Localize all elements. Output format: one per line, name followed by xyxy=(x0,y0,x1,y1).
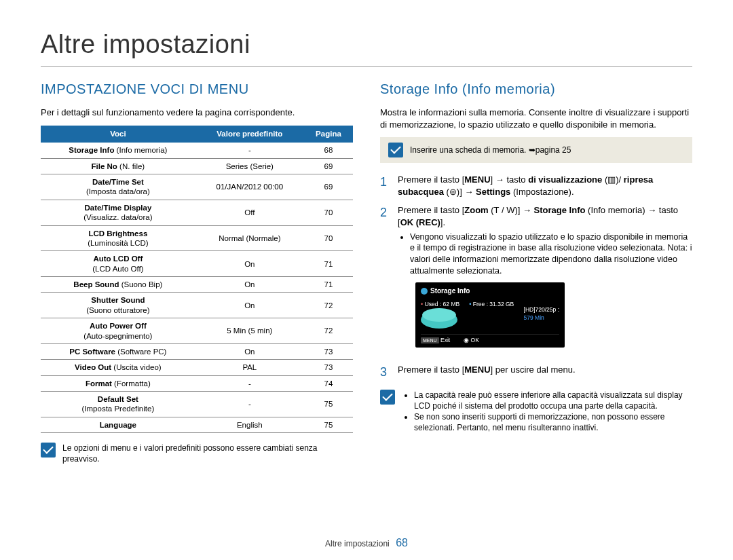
table-cell: PC Software (Software PC) xyxy=(41,343,195,359)
table-row: LanguageEnglish75 xyxy=(41,417,353,432)
note-box: Le opzioni di menu e i valori predefinit… xyxy=(41,443,353,464)
footer-label: Altre impostazioni xyxy=(325,539,390,548)
step-2-bullet: Vengono visualizzati lo spazio utilizzat… xyxy=(410,231,692,278)
storage-info-icon xyxy=(421,288,428,295)
table-cell: 70 xyxy=(304,225,353,251)
table-cell: Date/Time Display(Visualizz. data/ora) xyxy=(41,200,195,225)
table-cell: 71 xyxy=(304,251,353,277)
lcd-ok: OK xyxy=(471,337,479,343)
t: ] → xyxy=(518,205,534,215)
t: Premere il tasto [ xyxy=(398,365,464,375)
kw-settings: Settings xyxy=(476,187,510,197)
t: ]. xyxy=(440,217,445,227)
page-footer: Altre impostazioni 68 xyxy=(0,536,733,550)
table-row: Auto LCD Off(LCD Auto Off)On71 xyxy=(41,251,353,277)
table-cell: File No (N. file) xyxy=(41,158,195,174)
footnote-2: Se non sono inseriti supporti di memoriz… xyxy=(414,411,692,433)
lcd-title: Storage Info xyxy=(430,286,470,296)
lcd-used: Used : 62 MB xyxy=(425,301,460,307)
table-cell: Normal (Normale) xyxy=(195,225,304,251)
table-cell: 75 xyxy=(304,392,353,417)
footer-page-number: 68 xyxy=(396,537,408,548)
t: (⊚)] → xyxy=(444,187,476,197)
table-cell: - xyxy=(195,375,304,391)
t: (Impostazione). xyxy=(510,187,574,197)
table-cell: On xyxy=(195,251,304,277)
kw-display: di visualizzazione xyxy=(528,174,602,185)
lcd-title-row: Storage Info xyxy=(421,286,559,296)
disk-icon xyxy=(421,311,457,329)
table-cell: LCD Brightness(Luminosità LCD) xyxy=(41,225,195,251)
table-cell: 75 xyxy=(304,417,353,432)
t: Premere il tasto [ xyxy=(398,174,464,185)
table-cell: Video Out (Uscita video) xyxy=(41,360,195,375)
table-row: Format (Formatta)-74 xyxy=(41,375,353,391)
footnote-check-icon xyxy=(380,390,395,405)
table-cell: PAL xyxy=(195,360,304,375)
table-cell: 69 xyxy=(304,174,353,200)
callout-text: Inserire una scheda di memoria. ➥pagina … xyxy=(410,145,571,155)
menu-btn-icon: MENU xyxy=(421,337,439,343)
table-cell: 73 xyxy=(304,343,353,359)
ok-dot-icon: ◉ xyxy=(464,337,469,343)
table-cell: Format (Formatta) xyxy=(41,375,195,391)
table-cell: Auto LCD Off(LCD Auto Off) xyxy=(41,251,195,277)
table-row: Date/Time Display(Visualizz. data/ora)Of… xyxy=(41,200,353,225)
table-cell: 5 Min (5 min) xyxy=(195,318,304,344)
right-heading: Storage Info (Info memoria) xyxy=(380,80,692,98)
table-cell: Off xyxy=(195,200,304,225)
table-row: Video Out (Uscita video)PAL73 xyxy=(41,360,353,375)
kw-ok-rec: OK (REC) xyxy=(400,217,440,227)
t: Premere il tasto [ xyxy=(398,205,464,215)
note-text: Le opzioni di menu e i valori predefinit… xyxy=(62,443,353,464)
table-cell: Language xyxy=(41,417,195,432)
lcd-mins: 579 Min xyxy=(524,314,559,322)
table-cell: - xyxy=(195,392,304,417)
page-title: Altre impostazioni xyxy=(41,27,692,62)
table-row: Date/Time Set(Imposta data/ora)01/JAN/20… xyxy=(41,174,353,200)
left-column: IMPOSTAZIONE VOCI DI MENU Per i dettagli… xyxy=(41,80,353,464)
table-row: Auto Power Off(Auto-spegnimento)5 Min (5… xyxy=(41,318,353,344)
table-row: Storage Info (Info memoria)-68 xyxy=(41,143,353,158)
table-cell: 68 xyxy=(304,143,353,158)
table-cell: English xyxy=(195,417,304,432)
callout-insert-card: Inserire una scheda di memoria. ➥pagina … xyxy=(380,137,692,163)
table-cell: Storage Info (Info memoria) xyxy=(41,143,195,158)
t: (▥)/ xyxy=(602,174,624,185)
table-row: PC Software (Software PC)On73 xyxy=(41,343,353,359)
footnote-1: La capacità reale può essere inferiore a… xyxy=(414,390,692,411)
kw-menu: MENU xyxy=(464,174,490,185)
table-row: LCD Brightness(Luminosità LCD)Normal (No… xyxy=(41,225,353,251)
lcd-res: [HD]720/25p : xyxy=(524,306,559,314)
left-heading: IMPOSTAZIONE VOCI DI MENU xyxy=(41,80,353,98)
t: ] per uscire dal menu. xyxy=(491,365,576,375)
table-cell: 01/JAN/2012 00:00 xyxy=(195,174,304,200)
kw-zoom: Zoom xyxy=(464,205,488,215)
table-cell: On xyxy=(195,343,304,359)
table-row: Default Set(Imposta Predefinite)-75 xyxy=(41,392,353,417)
menu-table: Voci Valore predefinito Pagina Storage I… xyxy=(41,126,353,433)
left-intro: Per i dettagli sul funzionamento vedere … xyxy=(41,107,353,119)
th-default: Valore predefinito xyxy=(195,126,304,143)
lcd-preview: Storage Info • Used : 62 MB • Free : 31.… xyxy=(415,282,565,347)
step-2: Premere il tasto [Zoom (T / W)] → Storag… xyxy=(380,204,692,356)
table-cell: 70 xyxy=(304,200,353,225)
th-voci: Voci xyxy=(41,126,195,143)
table-cell: Date/Time Set(Imposta data/ora) xyxy=(41,174,195,200)
t: (T / W) xyxy=(489,205,518,215)
table-cell: 72 xyxy=(304,318,353,344)
right-column: Storage Info (Info memoria) Mostra le in… xyxy=(380,80,692,464)
table-cell: 72 xyxy=(304,293,353,318)
table-cell: - xyxy=(195,143,304,158)
step-1: Premere il tasto [MENU] → tasto di visua… xyxy=(380,174,692,198)
lcd-exit: Exit xyxy=(440,337,450,343)
table-row: Beep Sound (Suono Bip)On71 xyxy=(41,277,353,293)
callout-check-icon xyxy=(388,143,403,157)
lcd-free: Free : 31.32 GB xyxy=(473,301,514,307)
table-cell: 74 xyxy=(304,375,353,391)
step-3: Premere il tasto [MENU] per uscire dal m… xyxy=(380,364,692,380)
kw-storage-info: Storage Info xyxy=(534,205,586,215)
footnote-box: La capacità reale può essere inferiore a… xyxy=(380,390,692,434)
t: ] → tasto xyxy=(491,174,529,185)
right-intro: Mostra le informazioni sulla memoria. Co… xyxy=(380,107,692,130)
